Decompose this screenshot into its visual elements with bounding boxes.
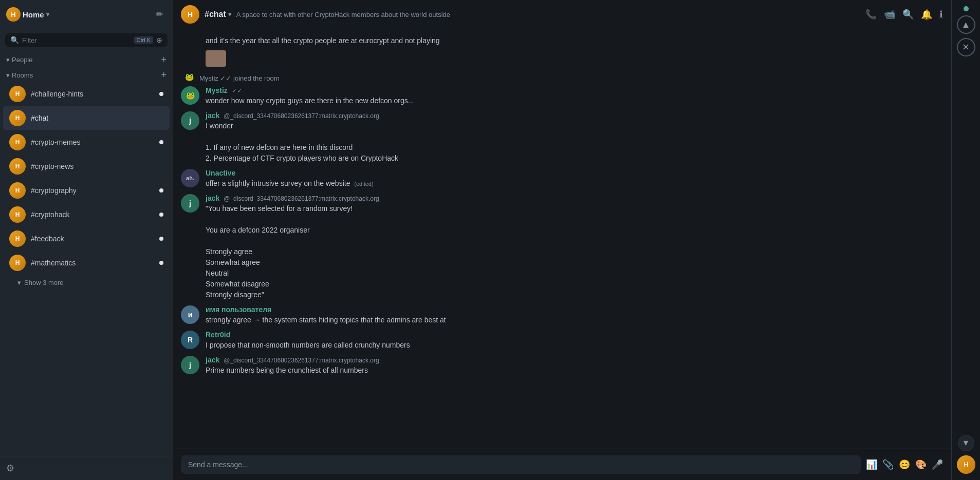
room-list: H #challenge-hints H #chat H #crypto-mem…	[0, 82, 173, 275]
scroll-down-button[interactable]: ▼	[958, 435, 974, 451]
compose-button[interactable]: ✏	[152, 7, 167, 22]
settings-button[interactable]: ⚙	[6, 463, 14, 474]
search-input[interactable]	[22, 36, 131, 44]
message-header: имя пользователя	[206, 305, 943, 314]
room-item-feedback[interactable]: H #feedback	[3, 227, 170, 251]
avatar-letter: j	[189, 361, 191, 369]
close-panel-icon[interactable]: ✕	[957, 38, 975, 56]
avatar-username-ru: и	[181, 305, 199, 324]
search-shortcut: Ctrl K	[134, 36, 154, 44]
room-name: #crypto-news	[31, 162, 163, 170]
room-item-mathematics[interactable]: H #mathematics	[3, 251, 170, 275]
system-avatar: 🐸	[185, 73, 195, 83]
room-avatar: H	[9, 255, 26, 271]
message-text: "You have been selected for a random sur…	[206, 203, 943, 300]
avatar-jack: j	[181, 356, 199, 374]
online-indicator	[964, 6, 969, 11]
bar-chart-icon[interactable]: 📊	[866, 459, 877, 470]
people-collapse-icon: ▾	[6, 56, 10, 64]
rooms-section-toggle[interactable]: ▾ Rooms	[6, 71, 33, 79]
unread-indicator	[159, 213, 163, 217]
system-text: Mystiz ✓✓ joined the room	[199, 74, 280, 82]
bell-icon[interactable]: 🔔	[921, 9, 932, 20]
room-item-cryptohack[interactable]: H #cryptohack	[3, 203, 170, 226]
message-header: Retr0id	[206, 331, 943, 339]
avatar-letter: j	[189, 199, 191, 207]
system-message-joined: 🐸 Mystiz ✓✓ joined the room	[181, 73, 943, 83]
phone-icon[interactable]: 📞	[865, 9, 877, 20]
message-group-jack-1: j jack @_discord_334470680236261377:matr…	[181, 111, 943, 164]
search-bar: 🔍 Ctrl K ⊕	[5, 33, 168, 47]
message-header: Unactive	[206, 169, 943, 177]
room-item-challenge-hints[interactable]: H #challenge-hints	[3, 82, 170, 106]
show-more-label: Show 3 more	[24, 279, 64, 286]
avatar-jack: j	[181, 111, 199, 130]
edited-label: (edited)	[354, 181, 373, 187]
room-name: #chat	[31, 114, 163, 122]
emoji-icon[interactable]: 😊	[899, 459, 910, 470]
message-input[interactable]	[181, 455, 861, 474]
message-image-thumb	[206, 50, 226, 67]
people-add-button[interactable]: +	[161, 55, 167, 64]
collapse-up-icon[interactable]: ▲	[957, 15, 975, 34]
message-group-jack-3: j jack @_discord_334470680236261377:matr…	[181, 356, 943, 376]
message-text: strongly agree → the system starts hidin…	[206, 315, 943, 325]
home-avatar: H	[6, 7, 21, 22]
message-content: Mystiz ✓✓ wonder how many crypto guys ar…	[206, 86, 943, 106]
message-text: I propose that non-smooth numbers are ca…	[206, 340, 943, 351]
message-author: jack	[206, 356, 219, 364]
unread-indicator	[159, 188, 163, 193]
message-author: Retr0id	[206, 331, 230, 339]
room-name: #feedback	[31, 235, 154, 243]
room-name: #challenge-hints	[31, 90, 154, 98]
video-icon[interactable]: 📹	[884, 9, 895, 20]
avatar-jack: j	[181, 194, 199, 213]
show-more-chevron-icon: ▾	[17, 279, 21, 286]
message-group-mystiz: 🐸 Mystiz ✓✓ wonder how many crypto guys …	[181, 86, 943, 106]
message-plain-1: and it's the year that all the crypto pe…	[181, 35, 943, 46]
input-icons: 📊 📎 😊 🎨 🎤	[866, 459, 943, 470]
home-button[interactable]: H Home ▾	[6, 7, 49, 22]
room-item-crypto-memes[interactable]: H #crypto-memes	[3, 130, 170, 154]
user-avatar-small: H	[957, 455, 975, 474]
message-content: jack @_discord_334470680236261377:matrix…	[206, 111, 943, 164]
message-group-retroid: R Retr0id I propose that non-smooth numb…	[181, 331, 943, 351]
message-meta: @_discord_334470680236261377:matrix.cryp…	[224, 357, 379, 364]
unread-indicator	[159, 261, 163, 265]
channel-description: A space to chat with other CryptoHack me…	[236, 11, 860, 18]
info-icon[interactable]: ℹ	[939, 9, 943, 20]
message-content: Unactive offer a slightly intrusive surv…	[206, 169, 943, 189]
room-avatar: H	[9, 158, 26, 175]
filter-button[interactable]: ⊕	[156, 36, 162, 44]
room-name: #crypto-memes	[31, 138, 154, 146]
message-header: Mystiz ✓✓	[206, 86, 943, 94]
channel-name: #chat	[205, 10, 226, 19]
room-avatar: H	[9, 86, 26, 102]
message-author: Unactive	[206, 169, 235, 177]
sticker-icon[interactable]: 🎨	[915, 459, 927, 470]
rooms-collapse-icon: ▾	[6, 71, 10, 79]
avatar-letter: R	[188, 336, 193, 344]
room-avatar: H	[9, 110, 26, 126]
search-header-icon[interactable]: 🔍	[902, 9, 914, 20]
home-label: Home	[23, 10, 44, 19]
avatar-letter: j	[189, 117, 191, 125]
right-panel: ▲ ✕ ▼ H	[951, 0, 980, 480]
rooms-add-button[interactable]: +	[161, 70, 167, 80]
home-chevron-icon: ▾	[46, 11, 49, 18]
sidebar: H Home ▾ ✏ 🔍 Ctrl K ⊕ ▾ People + ▾ Rooms…	[0, 0, 173, 480]
room-item-cryptography[interactable]: H #cryptography	[3, 179, 170, 202]
room-item-crypto-news[interactable]: H #crypto-news	[3, 155, 170, 178]
mic-icon[interactable]: 🎤	[932, 459, 943, 470]
room-avatar: H	[9, 134, 26, 150]
attachment-icon[interactable]: 📎	[882, 459, 894, 470]
sidebar-footer: ⚙	[0, 456, 173, 480]
room-avatar: H	[9, 182, 26, 199]
show-more-button[interactable]: ▾ Show 3 more	[3, 276, 170, 290]
channel-header: H #chat ▾ A space to chat with other Cry…	[173, 0, 951, 29]
avatar-emoji: 🐸	[186, 91, 195, 100]
people-section-toggle[interactable]: ▾ People	[6, 56, 32, 64]
avatar-unactive: ah.	[181, 169, 199, 187]
message-content: jack @_discord_334470680236261377:matrix…	[206, 194, 943, 300]
room-item-chat[interactable]: H #chat	[3, 106, 170, 130]
